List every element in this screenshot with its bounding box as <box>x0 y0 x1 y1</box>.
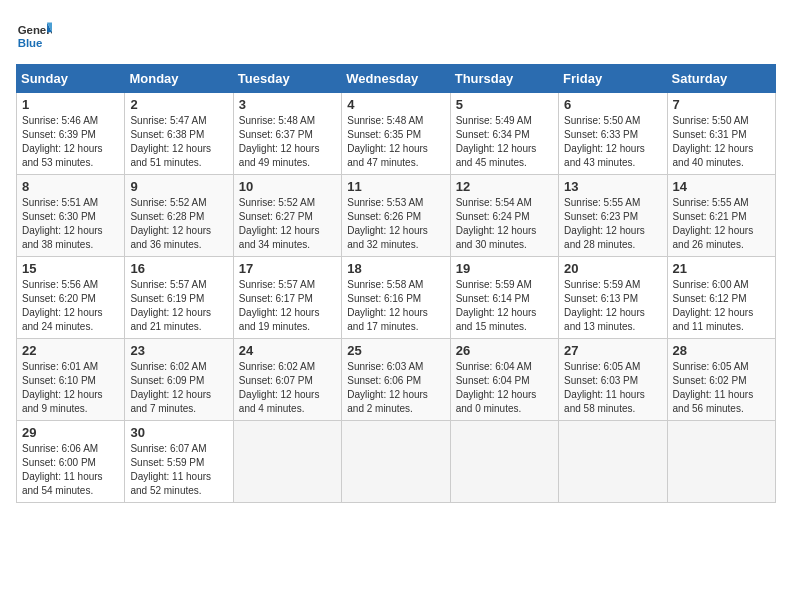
calendar-cell: 25Sunrise: 6:03 AM Sunset: 6:06 PM Dayli… <box>342 339 450 421</box>
calendar-cell: 26Sunrise: 6:04 AM Sunset: 6:04 PM Dayli… <box>450 339 558 421</box>
weekday-header-saturday: Saturday <box>667 65 775 93</box>
weekday-header-monday: Monday <box>125 65 233 93</box>
calendar-cell <box>233 421 341 503</box>
weekday-header-sunday: Sunday <box>17 65 125 93</box>
day-info: Sunrise: 5:59 AM Sunset: 6:14 PM Dayligh… <box>456 278 553 334</box>
day-info: Sunrise: 5:52 AM Sunset: 6:27 PM Dayligh… <box>239 196 336 252</box>
calendar-cell: 6Sunrise: 5:50 AM Sunset: 6:33 PM Daylig… <box>559 93 667 175</box>
day-info: Sunrise: 5:46 AM Sunset: 6:39 PM Dayligh… <box>22 114 119 170</box>
calendar-cell: 12Sunrise: 5:54 AM Sunset: 6:24 PM Dayli… <box>450 175 558 257</box>
day-number: 20 <box>564 261 661 276</box>
day-info: Sunrise: 6:03 AM Sunset: 6:06 PM Dayligh… <box>347 360 444 416</box>
day-info: Sunrise: 5:53 AM Sunset: 6:26 PM Dayligh… <box>347 196 444 252</box>
day-info: Sunrise: 6:02 AM Sunset: 6:07 PM Dayligh… <box>239 360 336 416</box>
day-number: 25 <box>347 343 444 358</box>
day-number: 23 <box>130 343 227 358</box>
calendar-cell: 3Sunrise: 5:48 AM Sunset: 6:37 PM Daylig… <box>233 93 341 175</box>
day-number: 6 <box>564 97 661 112</box>
calendar-cell: 18Sunrise: 5:58 AM Sunset: 6:16 PM Dayli… <box>342 257 450 339</box>
calendar-cell: 13Sunrise: 5:55 AM Sunset: 6:23 PM Dayli… <box>559 175 667 257</box>
calendar-cell: 23Sunrise: 6:02 AM Sunset: 6:09 PM Dayli… <box>125 339 233 421</box>
day-number: 17 <box>239 261 336 276</box>
day-info: Sunrise: 6:05 AM Sunset: 6:03 PM Dayligh… <box>564 360 661 416</box>
calendar-cell: 1Sunrise: 5:46 AM Sunset: 6:39 PM Daylig… <box>17 93 125 175</box>
day-info: Sunrise: 5:59 AM Sunset: 6:13 PM Dayligh… <box>564 278 661 334</box>
day-number: 4 <box>347 97 444 112</box>
day-number: 16 <box>130 261 227 276</box>
weekday-header-friday: Friday <box>559 65 667 93</box>
day-info: Sunrise: 5:49 AM Sunset: 6:34 PM Dayligh… <box>456 114 553 170</box>
day-info: Sunrise: 5:54 AM Sunset: 6:24 PM Dayligh… <box>456 196 553 252</box>
day-number: 15 <box>22 261 119 276</box>
day-number: 18 <box>347 261 444 276</box>
week-row-3: 15Sunrise: 5:56 AM Sunset: 6:20 PM Dayli… <box>17 257 776 339</box>
day-number: 3 <box>239 97 336 112</box>
day-number: 29 <box>22 425 119 440</box>
day-number: 28 <box>673 343 770 358</box>
day-number: 7 <box>673 97 770 112</box>
logo: General Blue <box>16 16 56 52</box>
calendar-cell: 24Sunrise: 6:02 AM Sunset: 6:07 PM Dayli… <box>233 339 341 421</box>
day-info: Sunrise: 5:48 AM Sunset: 6:37 PM Dayligh… <box>239 114 336 170</box>
svg-text:Blue: Blue <box>18 37 43 49</box>
calendar-cell: 29Sunrise: 6:06 AM Sunset: 6:00 PM Dayli… <box>17 421 125 503</box>
calendar-cell: 21Sunrise: 6:00 AM Sunset: 6:12 PM Dayli… <box>667 257 775 339</box>
day-info: Sunrise: 5:50 AM Sunset: 6:31 PM Dayligh… <box>673 114 770 170</box>
svg-text:General: General <box>18 24 52 36</box>
day-info: Sunrise: 6:06 AM Sunset: 6:00 PM Dayligh… <box>22 442 119 498</box>
day-info: Sunrise: 6:00 AM Sunset: 6:12 PM Dayligh… <box>673 278 770 334</box>
calendar-cell: 4Sunrise: 5:48 AM Sunset: 6:35 PM Daylig… <box>342 93 450 175</box>
calendar-cell: 22Sunrise: 6:01 AM Sunset: 6:10 PM Dayli… <box>17 339 125 421</box>
calendar-cell <box>559 421 667 503</box>
calendar-cell: 14Sunrise: 5:55 AM Sunset: 6:21 PM Dayli… <box>667 175 775 257</box>
day-number: 21 <box>673 261 770 276</box>
day-number: 26 <box>456 343 553 358</box>
calendar-cell: 30Sunrise: 6:07 AM Sunset: 5:59 PM Dayli… <box>125 421 233 503</box>
calendar-cell <box>342 421 450 503</box>
day-number: 27 <box>564 343 661 358</box>
calendar-cell: 7Sunrise: 5:50 AM Sunset: 6:31 PM Daylig… <box>667 93 775 175</box>
day-info: Sunrise: 5:55 AM Sunset: 6:21 PM Dayligh… <box>673 196 770 252</box>
page-header: General Blue <box>16 16 776 52</box>
day-info: Sunrise: 5:51 AM Sunset: 6:30 PM Dayligh… <box>22 196 119 252</box>
day-number: 5 <box>456 97 553 112</box>
week-row-2: 8Sunrise: 5:51 AM Sunset: 6:30 PM Daylig… <box>17 175 776 257</box>
day-number: 1 <box>22 97 119 112</box>
day-number: 8 <box>22 179 119 194</box>
calendar-cell <box>450 421 558 503</box>
day-number: 19 <box>456 261 553 276</box>
weekday-header-tuesday: Tuesday <box>233 65 341 93</box>
calendar-cell: 2Sunrise: 5:47 AM Sunset: 6:38 PM Daylig… <box>125 93 233 175</box>
day-number: 14 <box>673 179 770 194</box>
day-info: Sunrise: 6:02 AM Sunset: 6:09 PM Dayligh… <box>130 360 227 416</box>
day-number: 30 <box>130 425 227 440</box>
day-info: Sunrise: 5:57 AM Sunset: 6:17 PM Dayligh… <box>239 278 336 334</box>
weekday-header-wednesday: Wednesday <box>342 65 450 93</box>
calendar-cell: 20Sunrise: 5:59 AM Sunset: 6:13 PM Dayli… <box>559 257 667 339</box>
calendar-cell: 16Sunrise: 5:57 AM Sunset: 6:19 PM Dayli… <box>125 257 233 339</box>
calendar-cell: 5Sunrise: 5:49 AM Sunset: 6:34 PM Daylig… <box>450 93 558 175</box>
day-info: Sunrise: 5:58 AM Sunset: 6:16 PM Dayligh… <box>347 278 444 334</box>
day-info: Sunrise: 6:04 AM Sunset: 6:04 PM Dayligh… <box>456 360 553 416</box>
day-info: Sunrise: 5:48 AM Sunset: 6:35 PM Dayligh… <box>347 114 444 170</box>
calendar-cell: 17Sunrise: 5:57 AM Sunset: 6:17 PM Dayli… <box>233 257 341 339</box>
day-info: Sunrise: 5:47 AM Sunset: 6:38 PM Dayligh… <box>130 114 227 170</box>
calendar-cell <box>667 421 775 503</box>
day-number: 12 <box>456 179 553 194</box>
calendar-cell: 19Sunrise: 5:59 AM Sunset: 6:14 PM Dayli… <box>450 257 558 339</box>
day-number: 2 <box>130 97 227 112</box>
day-info: Sunrise: 6:07 AM Sunset: 5:59 PM Dayligh… <box>130 442 227 498</box>
day-info: Sunrise: 5:55 AM Sunset: 6:23 PM Dayligh… <box>564 196 661 252</box>
weekday-header-thursday: Thursday <box>450 65 558 93</box>
day-number: 22 <box>22 343 119 358</box>
day-info: Sunrise: 5:52 AM Sunset: 6:28 PM Dayligh… <box>130 196 227 252</box>
calendar-cell: 8Sunrise: 5:51 AM Sunset: 6:30 PM Daylig… <box>17 175 125 257</box>
day-info: Sunrise: 5:57 AM Sunset: 6:19 PM Dayligh… <box>130 278 227 334</box>
day-info: Sunrise: 5:56 AM Sunset: 6:20 PM Dayligh… <box>22 278 119 334</box>
day-number: 24 <box>239 343 336 358</box>
logo-icon: General Blue <box>16 16 52 52</box>
day-number: 9 <box>130 179 227 194</box>
day-info: Sunrise: 6:01 AM Sunset: 6:10 PM Dayligh… <box>22 360 119 416</box>
calendar-cell: 9Sunrise: 5:52 AM Sunset: 6:28 PM Daylig… <box>125 175 233 257</box>
calendar-cell: 15Sunrise: 5:56 AM Sunset: 6:20 PM Dayli… <box>17 257 125 339</box>
